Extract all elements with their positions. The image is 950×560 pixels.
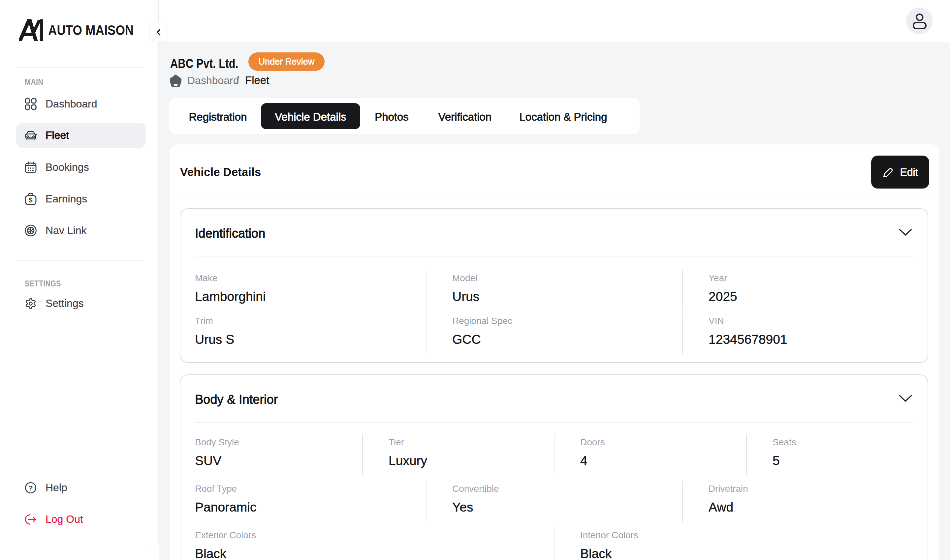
svg-text:$: $ xyxy=(29,197,32,204)
svg-text:?: ? xyxy=(29,484,33,491)
